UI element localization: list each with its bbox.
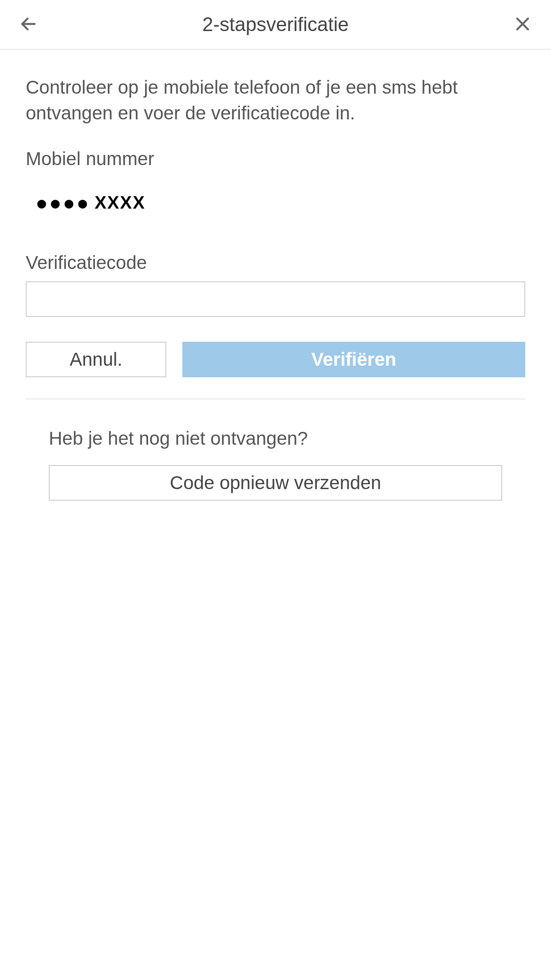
page-title: 2-stapsverificatie: [39, 13, 512, 36]
mobile-number-mask-dots: ●●●●: [35, 193, 90, 213]
verify-button[interactable]: Verifiëren: [182, 342, 525, 377]
cancel-button[interactable]: Annul.: [26, 342, 166, 377]
verification-code-label: Verificatiecode: [26, 252, 525, 273]
divider: [26, 399, 525, 399]
mobile-number-value: ●●●● XXXX: [26, 180, 525, 225]
mobile-number-mask-x: XXXX: [94, 193, 146, 213]
instruction-text: Controleer op je mobiele telefoon of je …: [26, 75, 525, 126]
main-content: Controleer op je mobiele telefoon of je …: [0, 50, 551, 501]
verification-code-input[interactable]: [26, 281, 525, 317]
back-button[interactable]: [18, 14, 39, 35]
header: 2-stapsverificatie: [0, 0, 551, 50]
mobile-number-label: Mobiel nummer: [26, 148, 525, 170]
resend-code-button[interactable]: Code opnieuw verzenden: [49, 465, 502, 501]
close-icon: [513, 15, 532, 35]
button-row: Annul. Verifiëren: [26, 342, 525, 377]
resend-section: Heb je het nog niet ontvangen? Code opni…: [26, 428, 525, 501]
close-button[interactable]: [512, 14, 533, 35]
resend-prompt: Heb je het nog niet ontvangen?: [49, 428, 502, 449]
arrow-left-icon: [19, 15, 38, 35]
